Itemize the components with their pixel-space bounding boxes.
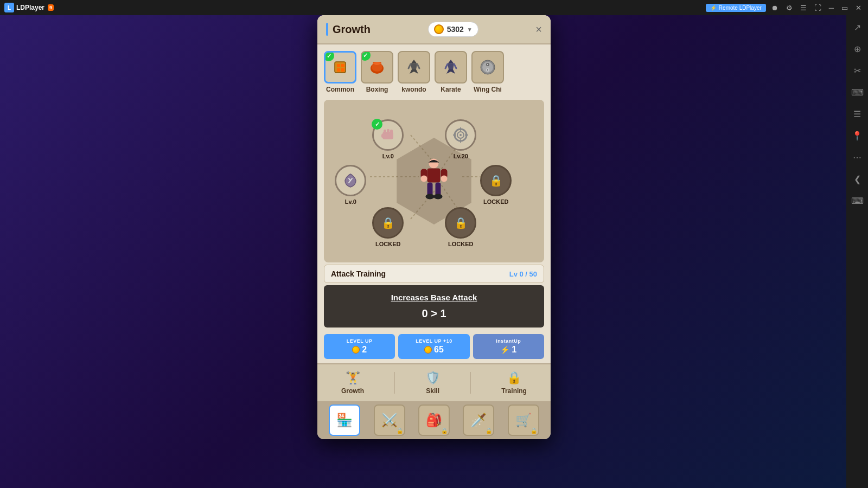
tab-boxing-icon: ✓	[361, 51, 393, 84]
sidebar-icon-expand[interactable]: ❮	[850, 171, 865, 187]
settings-button[interactable]: ⚙	[784, 4, 795, 12]
level-up-button[interactable]: LEVEL UP 2	[324, 334, 395, 359]
menu-button[interactable]: ☰	[798, 4, 809, 12]
tab-karate-label: Karate	[441, 86, 461, 93]
action-item-3-lock: 🔒	[486, 428, 492, 434]
level-up-10-button[interactable]: LEVEL UP +10 65	[398, 334, 469, 359]
svg-line-12	[454, 64, 456, 68]
skill-tree-area: ✓ Lv.0	[324, 100, 544, 262]
level-up-10-cost-num: 65	[434, 345, 444, 355]
growth-modal: Growth 5302 ▼ × ✓ Common	[317, 15, 551, 439]
tab-wingchi-label: Wing Chi	[474, 86, 502, 93]
shop-icon: 🏪	[336, 413, 353, 428]
info-level: Lv 0 / 50	[509, 270, 537, 278]
tab-kwondo-icon	[398, 51, 430, 84]
currency-amount: 5302	[447, 25, 464, 34]
sidebar-icon-keyboard[interactable]: ⌨	[850, 193, 865, 208]
tab-common[interactable]: ✓ Common	[324, 51, 356, 93]
style-tabs-container: ✓ Common ✓	[317, 44, 551, 98]
modal-header: Growth 5302 ▼ ×	[317, 15, 551, 44]
instant-up-button[interactable]: InstantUp ⚡ 1	[473, 334, 544, 359]
target-icon	[452, 126, 469, 144]
action-bar-item-3[interactable]: 🗡️ 🔒	[463, 404, 494, 436]
skill-node-bot-right-icon: 🔒	[445, 207, 476, 239]
svg-point-8	[373, 62, 381, 65]
svg-point-33	[434, 194, 443, 200]
remote-label: Remote LDPlayer	[719, 5, 762, 11]
nav-growth[interactable]: 🏋️ Growth	[337, 369, 368, 397]
remote-icon: ⚡	[710, 5, 717, 11]
svg-line-11	[445, 64, 448, 68]
nav-training[interactable]: 🔒 Training	[497, 369, 531, 397]
skill-node-mid-right-icon: 🔒	[480, 165, 512, 196]
bot-left-lock-icon: 🔒	[381, 216, 395, 229]
level-up-cost: 2	[352, 345, 367, 355]
minimize-button[interactable]: ─	[827, 4, 836, 12]
tab-wingchi[interactable]: Wing Chi	[471, 51, 504, 93]
svg-point-17	[487, 69, 488, 70]
remote-ldplayer-button[interactable]: ⚡ Remote LDPlayer	[706, 4, 766, 12]
close-window-button[interactable]: ✕	[853, 4, 864, 12]
tab-common-icon: ✓	[324, 51, 356, 84]
skill-nav-label: Skill	[426, 387, 439, 395]
skill-node-top-left-icon: ✓	[372, 119, 404, 151]
sidebar-icon-2[interactable]: ⊕	[850, 41, 865, 56]
sidebar-icon-4[interactable]: ⌨	[850, 85, 865, 100]
action-buttons-row: LEVEL UP 2 LEVEL UP +10 65 InstantUp ⚡ 1	[317, 330, 551, 363]
svg-rect-4	[341, 68, 344, 72]
nav-divider-1	[394, 372, 395, 394]
skill-node-top-right[interactable]: Lv.20	[445, 119, 476, 159]
fullscreen-button[interactable]: ⛶	[812, 4, 824, 12]
sidebar-icon-7[interactable]: ⋯	[850, 150, 865, 165]
action-bar-item-2[interactable]: 🎒 🔒	[418, 404, 450, 436]
svg-point-29	[441, 176, 448, 182]
growth-nav-icon: 🏋️	[346, 371, 360, 385]
skill-node-top-left[interactable]: ✓ Lv.0	[372, 119, 404, 159]
info-label: Attack Training	[331, 269, 386, 278]
fist-icon	[379, 126, 397, 144]
action-item-1-lock: 🔒	[397, 428, 403, 434]
training-nav-label: Training	[501, 387, 527, 395]
sidebar-icon-3[interactable]: ✂	[850, 63, 865, 78]
mid-right-lock-icon: 🔒	[489, 174, 503, 187]
skill-node-mid-left[interactable]: Lv.0	[335, 165, 366, 205]
svg-point-16	[487, 64, 488, 65]
currency-display[interactable]: 5302 ▼	[428, 22, 478, 37]
ldplayer-logo: L LDPlayer 9	[4, 3, 54, 12]
svg-rect-1	[337, 64, 340, 67]
modal-title: Growth	[333, 23, 371, 36]
action-bar-item-1[interactable]: ⚔️ 🔒	[374, 404, 405, 436]
svg-rect-36	[387, 129, 390, 134]
modal-close-button[interactable]: ×	[535, 24, 542, 35]
desc-value: 0 > 1	[330, 307, 538, 320]
ldplayer-badge: 9	[48, 4, 54, 11]
nav-skill[interactable]: 🛡️ Skill	[421, 369, 444, 397]
sidebar-icon-5[interactable]: ☰	[850, 106, 865, 121]
tab-boxing[interactable]: ✓ Boxing	[361, 51, 393, 93]
kwondo-icon-svg	[404, 57, 424, 77]
sidebar-icon-1[interactable]: ↗	[850, 20, 865, 35]
instant-up-icon: ⚡	[500, 345, 509, 354]
common-icon-svg	[330, 57, 350, 77]
svg-line-10	[417, 64, 419, 68]
skill-node-mid-right[interactable]: 🔒 LOCKED	[480, 165, 512, 205]
tab-kwondo-label: kwondo	[401, 86, 426, 93]
sidebar-icon-6[interactable]: 📍	[850, 128, 865, 143]
svg-rect-25	[427, 169, 441, 183]
svg-line-9	[409, 64, 411, 68]
svg-rect-3	[337, 68, 340, 72]
restore-button[interactable]: ▭	[839, 4, 850, 12]
tab-kwondo[interactable]: kwondo	[398, 51, 430, 93]
skill-node-bot-left[interactable]: 🔒 LOCKED	[372, 207, 404, 247]
svg-rect-2	[341, 64, 344, 67]
ldplayer-controls: ⚡ Remote LDPlayer ⏺ ⚙ ☰ ⛶ ─ ▭ ✕	[706, 4, 864, 12]
shield-icon	[342, 172, 359, 189]
description-box: Increases Base Attack 0 > 1	[324, 285, 544, 328]
svg-point-28	[421, 176, 427, 182]
skill-node-bot-right[interactable]: 🔒 LOCKED	[445, 207, 476, 247]
record-button[interactable]: ⏺	[769, 4, 781, 12]
action-bar-shop[interactable]: 🏪	[329, 404, 360, 436]
action-bar-item-4[interactable]: 🛒 🔒	[508, 404, 539, 436]
tab-karate[interactable]: Karate	[435, 51, 467, 93]
level-up-10-cost: 65	[424, 345, 444, 355]
